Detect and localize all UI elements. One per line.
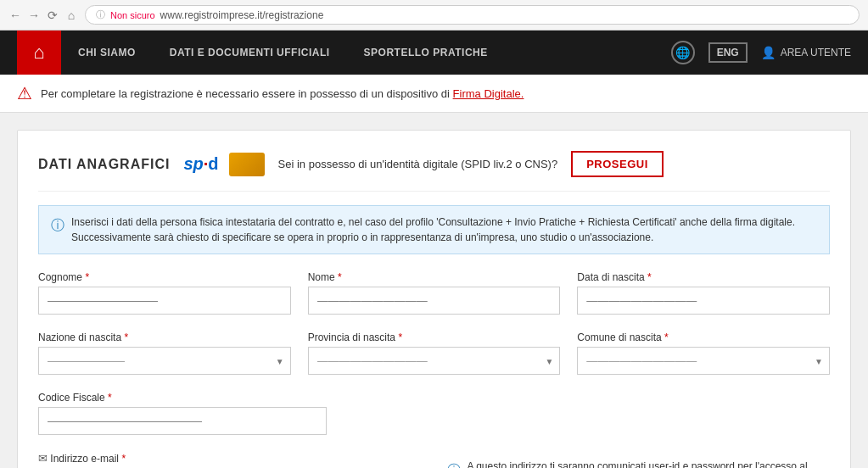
- lock-icon: ⓘ: [96, 8, 105, 21]
- provincia-nascita-label: Provincia di nascita *: [308, 332, 561, 343]
- data-nascita-required: *: [647, 271, 652, 283]
- nome-group: Nome *: [308, 271, 561, 315]
- codice-fiscale-input[interactable]: [38, 407, 327, 435]
- spid-logo: sp·d: [183, 154, 218, 174]
- reload-button[interactable]: ⟳: [46, 8, 59, 22]
- alert-icon: ⚠: [17, 83, 32, 103]
- browser-chrome: ← → ⟳ ⌂ ⓘ Non sicuro www.registroimprese…: [0, 0, 868, 31]
- comune-nascita-select[interactable]: ——————————: [577, 347, 830, 375]
- email-required: *: [121, 453, 126, 465]
- comune-nascita-group: Comune di nascita * —————————— ▼: [577, 332, 830, 375]
- home-icon: ⌂: [33, 42, 44, 64]
- nome-input[interactable]: [308, 287, 561, 315]
- nav-dati-documenti[interactable]: DATI E DOCUMENTI UFFICIALI: [153, 31, 347, 75]
- email-info-icon: ⓘ: [447, 460, 461, 468]
- data-nascita-label: Data di nascita *: [577, 271, 830, 283]
- nav-right: 🌐 ENG 👤 AREA UTENTE: [671, 41, 851, 64]
- firma-digitale-link[interactable]: Firma Digitale.: [453, 87, 524, 100]
- area-utente-button[interactable]: 👤 AREA UTENTE: [761, 46, 851, 59]
- prosegui-small-button[interactable]: PROSEGUI: [571, 151, 664, 177]
- provincia-select-wrapper: —————————— ▼: [308, 347, 561, 375]
- nav-links: CHI SIAMO DATI E DOCUMENTI UFFICIALI SPO…: [61, 31, 671, 75]
- cognome-group: Cognome *: [38, 271, 291, 315]
- forward-button[interactable]: →: [27, 8, 41, 22]
- codice-fiscale-label: Codice Fiscale *: [38, 392, 830, 404]
- home-button[interactable]: ⌂: [64, 8, 78, 22]
- cognome-label: Cognome *: [38, 271, 291, 283]
- url-text: www.registroimprese.it/registrazione: [160, 9, 324, 21]
- area-utente-label: AREA UTENTE: [781, 47, 851, 58]
- address-bar[interactable]: ⓘ Non sicuro www.registroimprese.it/regi…: [85, 5, 860, 25]
- provincia-nascita-group: Provincia di nascita * —————————— ▼: [308, 332, 561, 375]
- nome-label: Nome *: [308, 271, 561, 283]
- spid-question-text: Sei in possesso di un'identità digitale …: [278, 158, 558, 170]
- user-icon: 👤: [761, 46, 776, 59]
- nazione-select-wrapper: ——————— ▼: [38, 347, 291, 375]
- cognome-required: *: [85, 271, 89, 283]
- email-info-box: ⓘ A questo indirizzo ti saranno comunica…: [447, 459, 831, 468]
- form-row-2: Nazione di nascita * ——————— ▼ Provincia…: [38, 332, 830, 375]
- nazione-nascita-label: Nazione di nascita *: [38, 332, 291, 343]
- top-nav: ⌂ CHI SIAMO DATI E DOCUMENTI UFFICIALI S…: [0, 31, 868, 75]
- language-button[interactable]: ENG: [708, 42, 748, 63]
- nav-sportello-pratiche[interactable]: SPORTELLO PRATICHE: [347, 31, 505, 75]
- data-nascita-input[interactable]: [577, 287, 830, 315]
- home-nav-button[interactable]: ⌂: [17, 31, 61, 75]
- browser-controls: ← → ⟳ ⌂: [8, 8, 78, 22]
- info-text: Inserisci i dati della persona fisica in…: [71, 214, 817, 245]
- comune-nascita-label: Comune di nascita *: [577, 332, 830, 343]
- nazione-nascita-select[interactable]: ———————: [38, 347, 291, 375]
- dati-header: DATI ANAGRAFICI sp·d Sei in possesso di …: [38, 151, 830, 192]
- spid-card-icon: [229, 153, 265, 176]
- nav-chi-siamo[interactable]: CHI SIAMO: [61, 31, 153, 75]
- nome-required: *: [338, 271, 342, 283]
- alert-banner: ⚠ Per completare la registrazione è nece…: [0, 75, 868, 113]
- email-label: ✉ Indirizzo e-mail *: [38, 452, 422, 465]
- provincia-nascita-select[interactable]: ——————————: [308, 347, 561, 375]
- cognome-input[interactable]: [38, 287, 291, 315]
- spid-badge: sp·d: [183, 153, 264, 176]
- main-content: DATI ANAGRAFICI sp·d Sei in possesso di …: [0, 113, 868, 468]
- info-icon: ⓘ: [51, 215, 64, 236]
- info-box: ⓘ Inserisci i dati della persona fisica …: [38, 205, 830, 254]
- comune-required: *: [664, 332, 669, 343]
- form-row-1: Cognome * Nome * Data di nascita *: [38, 271, 830, 315]
- alert-text: Per completare la registrazione è necess…: [41, 87, 524, 100]
- email-info-text: A questo indirizzo ti saranno comunicati…: [468, 459, 831, 468]
- back-button[interactable]: ←: [8, 8, 22, 22]
- codice-fiscale-group: Codice Fiscale *: [38, 392, 830, 435]
- email-group: ✉ Indirizzo e-mail *: [38, 452, 422, 468]
- globe-icon: 🌐: [671, 41, 695, 64]
- dati-anagrafici-title: DATI ANAGRAFICI: [38, 157, 170, 172]
- envelope-icon: ✉: [38, 452, 48, 465]
- comune-select-wrapper: —————————— ▼: [577, 347, 830, 375]
- email-section: ✉ Indirizzo e-mail * ⓘ A questo indirizz…: [38, 452, 830, 468]
- cf-required: *: [108, 392, 112, 404]
- nazione-required: *: [124, 332, 128, 343]
- not-secure-label: Non sicuro: [110, 10, 155, 20]
- provincia-required: *: [398, 332, 402, 343]
- data-nascita-group: Data di nascita *: [577, 271, 830, 315]
- nazione-nascita-group: Nazione di nascita * ——————— ▼: [38, 332, 291, 375]
- form-card: DATI ANAGRAFICI sp·d Sei in possesso di …: [17, 130, 851, 468]
